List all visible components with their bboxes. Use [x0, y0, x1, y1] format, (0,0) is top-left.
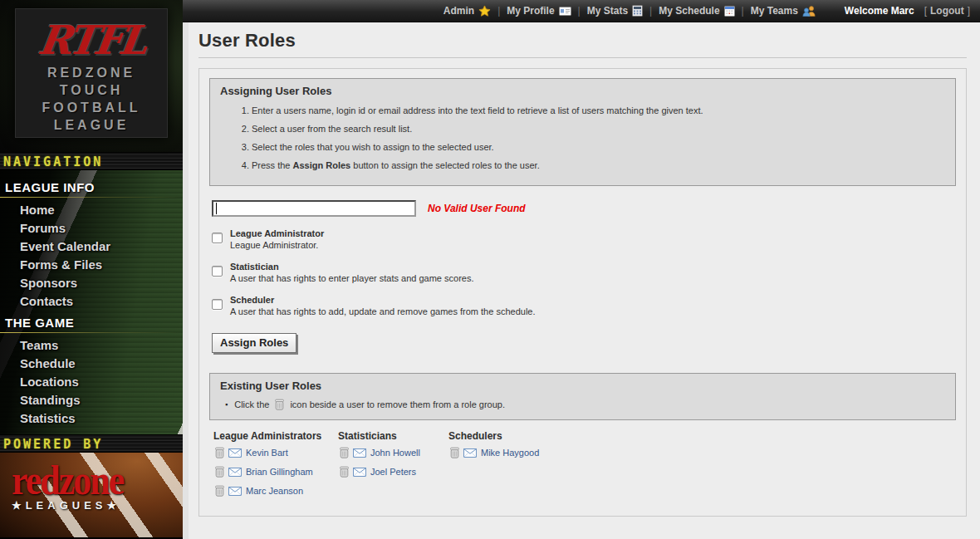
navigation-banner: NAVIGATION [0, 152, 183, 170]
role-text: League AdministratorLeague Administrator… [230, 228, 324, 251]
sidebar-item-schedule[interactable]: Schedule [0, 355, 183, 373]
sidebar-section-league-info: LEAGUE INFO [0, 175, 183, 195]
email-user-icon[interactable] [228, 448, 242, 458]
instruction-step: Select a user from the search result lis… [252, 123, 945, 135]
powered-by-banner: POWERED BY [0, 434, 183, 453]
title-divider [198, 57, 967, 58]
existing-roles-title: Existing User Roles [220, 380, 945, 392]
email-user-icon[interactable] [228, 468, 242, 477]
note-bin-icon [275, 399, 284, 410]
role-checkbox-statistician[interactable] [212, 266, 223, 277]
content-wrapper: Assigning User Roles Enter a users name,… [198, 68, 967, 517]
sidebar-menu: LEAGUE INFOHomeForumsEvent CalendarForms… [0, 170, 183, 434]
role-checkbox-league-administrator[interactable] [212, 233, 223, 243]
star-icon [478, 5, 491, 17]
league-logo-line: FOOTBALL [16, 99, 167, 116]
role-row: League AdministratorLeague Administrator… [212, 228, 956, 251]
role-row: SchedulerA user that has rights to add, … [212, 295, 956, 317]
sidebar-item-teams[interactable]: Teams [0, 336, 183, 355]
email-user-icon[interactable] [353, 468, 366, 477]
main-content: User Roles Assigning User Roles Enter a … [183, 22, 980, 539]
sidebar-section-the-game: THE GAME [0, 311, 183, 331]
topnav-label: My Profile [507, 5, 554, 17]
sidebar-item-event-calendar[interactable]: Event Calendar [0, 238, 183, 256]
user-search-input[interactable] [212, 200, 416, 217]
sidebar-item-locations[interactable]: Locations [0, 373, 183, 391]
search-input-wrap [212, 200, 416, 217]
remove-user-icon[interactable] [340, 466, 349, 478]
topnav-label: My Schedule [659, 5, 719, 17]
nav-separator: | [578, 5, 581, 17]
role-group-league-administrators: League AdministratorsKevin BartBrian Gil… [213, 430, 338, 504]
logout-link[interactable]: Logout [930, 5, 964, 17]
user-row: Joel Peters [340, 466, 448, 478]
topnav-item-my-stats[interactable]: My Stats [587, 5, 643, 17]
sidebar-item-forums[interactable]: Forums [0, 219, 183, 238]
role-group-users: Kevin BartBrian GillinghamMarc Jeanson [213, 447, 338, 497]
user-row: Mike Haygood [450, 447, 539, 458]
user-link[interactable]: Brian Gillingham [246, 467, 313, 477]
calculator-icon [632, 5, 643, 17]
user-link[interactable]: John Howell [370, 448, 420, 458]
powered-by-logo-area: redzone ★LEAGUES★ [0, 453, 183, 537]
assign-roles-button[interactable]: Assign Roles [212, 333, 296, 353]
existing-roles-note: ▪ Click the icon beside a user to remove… [225, 399, 945, 410]
remove-user-icon[interactable] [450, 447, 459, 458]
redzone-leagues-logo[interactable]: redzone ★LEAGUES★ [12, 464, 123, 512]
role-groups: League AdministratorsKevin BartBrian Gil… [213, 430, 956, 504]
role-group-title: League Administrators [213, 430, 338, 442]
topnav-items: Admin|My Profile|My Stats|My Schedule|My… [443, 5, 816, 17]
role-checkbox-scheduler[interactable] [212, 299, 223, 310]
sidebar-sections: LEAGUE INFOHomeForumsEvent CalendarForms… [0, 175, 183, 428]
topnav-item-admin[interactable]: Admin [443, 5, 491, 17]
remove-user-icon[interactable] [215, 466, 224, 478]
topnav-item-my-profile[interactable]: My Profile [507, 5, 571, 17]
logout-bracket-close: ] [968, 5, 970, 17]
topnav-label: My Teams [751, 5, 798, 17]
user-row: Marc Jeanson [215, 485, 338, 497]
role-name: Scheduler [230, 295, 536, 306]
assigning-roles-title: Assigning User Roles [220, 85, 945, 97]
sidebar-item-contacts[interactable]: Contacts [0, 292, 183, 311]
role-group-users: Mike Haygood [448, 447, 539, 458]
user-row: Kevin Bart [215, 447, 338, 458]
user-row: John Howell [340, 447, 448, 458]
user-link[interactable]: Mike Haygood [481, 448, 539, 458]
email-user-icon[interactable] [353, 448, 366, 458]
sidebar-item-sponsors[interactable]: Sponsors [0, 274, 183, 292]
league-logo-lines: REDZONETOUCHFOOTBALLLEAGUE [16, 64, 167, 134]
role-row: StatisticianA user that has rights to en… [212, 262, 956, 284]
instruction-step: Enter a users name, login id or email ad… [252, 105, 945, 116]
role-name: League Administrator [230, 228, 324, 239]
topnav-label: My Stats [587, 5, 628, 17]
role-description: A user that has rights to enter player s… [230, 272, 474, 284]
sidebar-item-home[interactable]: Home [0, 201, 183, 219]
remove-user-icon[interactable] [215, 447, 224, 458]
topnav-label: Admin [443, 5, 474, 17]
email-user-icon[interactable] [228, 487, 242, 496]
user-link[interactable]: Marc Jeanson [246, 486, 303, 496]
topnav-item-my-schedule[interactable]: My Schedule [659, 5, 734, 17]
remove-user-icon[interactable] [340, 447, 349, 458]
user-link[interactable]: Joel Peters [370, 467, 416, 477]
remove-user-icon[interactable] [215, 485, 224, 497]
calendar-icon [724, 6, 735, 17]
top-nav-bar: Admin|My Profile|My Stats|My Schedule|My… [183, 0, 980, 22]
topnav-item-my-teams[interactable]: My Teams [751, 5, 816, 17]
league-logo-line: REDZONE [16, 64, 167, 81]
league-logo-line: LEAGUE [16, 116, 167, 134]
sidebar-item-statistics[interactable]: Statistics [0, 409, 183, 428]
assigning-roles-box: Assigning User Roles Enter a users name,… [209, 78, 956, 186]
role-group-schedulers: SchedulersMike Haygood [448, 430, 539, 504]
section-underline [0, 332, 183, 333]
sidebar-item-standings[interactable]: Standings [0, 391, 183, 409]
league-logo-acronym: RTFL [13, 21, 169, 59]
email-user-icon[interactable] [463, 448, 477, 458]
instruction-step: Select the roles that you wish to assign… [252, 141, 945, 153]
sidebar-item-forms-files[interactable]: Forms & Files [0, 256, 183, 274]
user-row: Brian Gillingham [215, 466, 338, 478]
note-text-pre: Click the [234, 399, 269, 409]
user-link[interactable]: Kevin Bart [246, 448, 288, 458]
sidebar-logo-area: RTFL REDZONETOUCHFOOTBALLLEAGUE [0, 0, 183, 152]
role-group-statisticians: StatisticiansJohn HowellJoel Peters [338, 430, 448, 504]
